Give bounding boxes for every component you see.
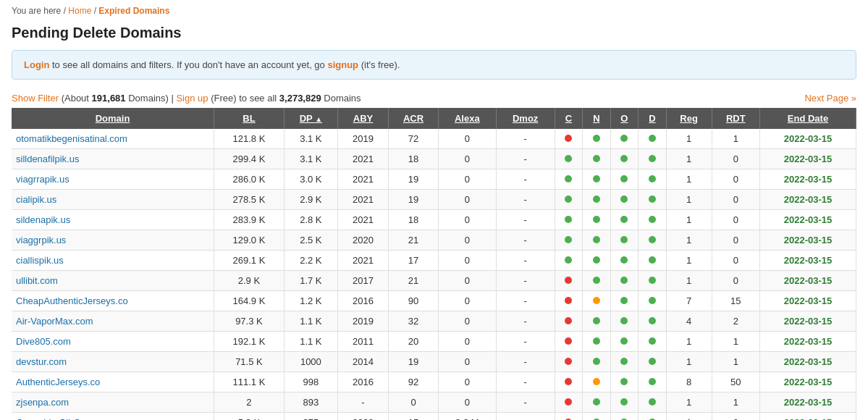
col-alexa[interactable]: Alexa [438, 108, 496, 129]
col-acr[interactable]: ACR [389, 108, 439, 129]
cell-dp: 2.2 K [284, 251, 337, 271]
domain-link[interactable]: silldenafilpik.us [16, 154, 79, 164]
signup-link-banner[interactable]: signup [327, 59, 358, 70]
status-dot [565, 398, 572, 406]
domain-link[interactable]: zjsenpa.com [16, 397, 69, 408]
show-filter-link[interactable]: Show Filter [12, 93, 59, 104]
col-n[interactable]: N [583, 108, 610, 129]
col-o-link[interactable]: O [620, 113, 628, 124]
col-domain[interactable]: Domain [12, 108, 214, 129]
cell-dmoz: - [496, 413, 555, 421]
cell-bl: 5.3 K [214, 413, 285, 421]
cell-end-date: 2022-03-15 [759, 291, 856, 311]
status-dot [565, 175, 572, 182]
col-alexa-link[interactable]: Alexa [455, 113, 480, 124]
col-aby-link[interactable]: ABY [353, 113, 373, 124]
cell-end-date: 2022-03-15 [759, 332, 856, 352]
col-aby[interactable]: ABY [337, 108, 388, 129]
cell-rdt: 1 [712, 392, 759, 413]
cell-alexa: 0 [438, 210, 496, 230]
domain-link[interactable]: viaggrpik.us [16, 235, 66, 245]
status-dot [649, 378, 656, 385]
cell-end-date: 2022-03-15 [759, 352, 856, 372]
status-dot [593, 297, 600, 304]
domain-link[interactable]: ciallispik.us [16, 255, 64, 266]
cell-dp: 1.2 K [284, 291, 337, 311]
status-dot [649, 216, 656, 223]
cell-aby: 2021 [337, 149, 388, 169]
cell-domain: zjsenpa.com [12, 392, 214, 413]
cell-alexa: 0 [438, 230, 496, 251]
cell-c [555, 352, 582, 372]
cell-rdt: 15 [712, 291, 759, 311]
status-dot [620, 135, 628, 142]
cell-acr: 32 [389, 311, 439, 332]
col-bl-link[interactable]: BL [243, 113, 255, 124]
table-row: otomatikbegenisatinal.com 121.8 K 3.1 K … [12, 129, 856, 149]
domain-link[interactable]: Cannabis-Oil-Cancer.com [16, 417, 124, 420]
domain-link[interactable]: devstur.com [16, 356, 67, 367]
col-rdt[interactable]: RDT [712, 108, 759, 129]
cell-domain: ullibit.com [12, 271, 214, 291]
domain-count: 191,681 [92, 93, 126, 104]
col-n-link[interactable]: N [593, 113, 599, 124]
end-date-value: 2022-03-15 [784, 377, 833, 387]
col-c-link[interactable]: C [565, 113, 572, 124]
next-page-link[interactable]: Next Page » [804, 93, 856, 104]
status-dot [620, 317, 628, 324]
col-o[interactable]: O [610, 108, 639, 129]
col-d-link[interactable]: D [649, 113, 655, 124]
cell-acr: 90 [389, 291, 439, 311]
col-domain-link[interactable]: Domain [96, 113, 130, 124]
cell-d [639, 311, 666, 332]
domain-link[interactable]: viagrrapik.us [16, 174, 69, 185]
status-dot [620, 155, 628, 162]
col-reg[interactable]: Reg [666, 108, 712, 129]
cell-domain: Air-VaporMax.com [12, 311, 214, 332]
cell-reg: 1 [666, 169, 712, 190]
cell-d [639, 332, 666, 352]
domains-suffix: Domains [324, 93, 361, 104]
col-acr-link[interactable]: ACR [403, 113, 424, 124]
cell-o [610, 230, 639, 251]
col-rdt-link[interactable]: RDT [726, 113, 746, 124]
col-c[interactable]: C [555, 108, 582, 129]
col-d[interactable]: D [639, 108, 666, 129]
col-end-date-link[interactable]: End Date [788, 113, 828, 124]
domain-link[interactable]: sildenapik.us [16, 214, 70, 225]
breadcrumb-home[interactable]: Home [68, 6, 91, 16]
col-dmoz-link[interactable]: Dmoz [513, 113, 538, 124]
login-link[interactable]: Login [24, 59, 49, 70]
cell-alexa: 0 [438, 372, 496, 392]
cell-o [610, 190, 639, 210]
cell-o [610, 392, 639, 413]
domain-link[interactable]: AuthenticJerseys.co [16, 377, 100, 387]
col-reg-link[interactable]: Reg [680, 113, 698, 124]
domain-link[interactable]: Dive805.com [16, 336, 71, 347]
cell-aby: 2021 [337, 169, 388, 190]
cell-n [583, 230, 610, 251]
cell-c [555, 169, 582, 190]
col-end-date[interactable]: End Date [759, 108, 856, 129]
cell-c [555, 251, 582, 271]
status-dot [620, 378, 628, 385]
cell-n [583, 190, 610, 210]
cell-o [610, 129, 639, 149]
table-header: Domain BL DP ▲ ABY ACR Alexa Dmoz C N O … [12, 108, 856, 129]
col-dp[interactable]: DP ▲ [284, 108, 337, 129]
domain-link[interactable]: cialipik.us [16, 194, 56, 205]
col-dmoz[interactable]: Dmoz [496, 108, 555, 129]
cell-bl: 286.0 K [214, 169, 285, 190]
col-dp-link[interactable]: DP ▲ [300, 113, 322, 124]
signup-link-filter[interactable]: Sign up [176, 93, 208, 104]
domain-link[interactable]: CheapAuthenticJerseys.co [16, 295, 128, 306]
cell-dmoz: - [496, 311, 555, 332]
domain-link[interactable]: otomatikbegenisatinal.com [16, 133, 127, 144]
domain-link[interactable]: ullibit.com [16, 275, 58, 286]
cell-rdt: 0 [712, 251, 759, 271]
col-bl[interactable]: BL [214, 108, 285, 129]
cell-alexa: 0 [438, 251, 496, 271]
breadcrumb-prefix: You are here [12, 6, 61, 16]
domain-link[interactable]: Air-VaporMax.com [16, 316, 93, 327]
status-dot [593, 236, 600, 243]
